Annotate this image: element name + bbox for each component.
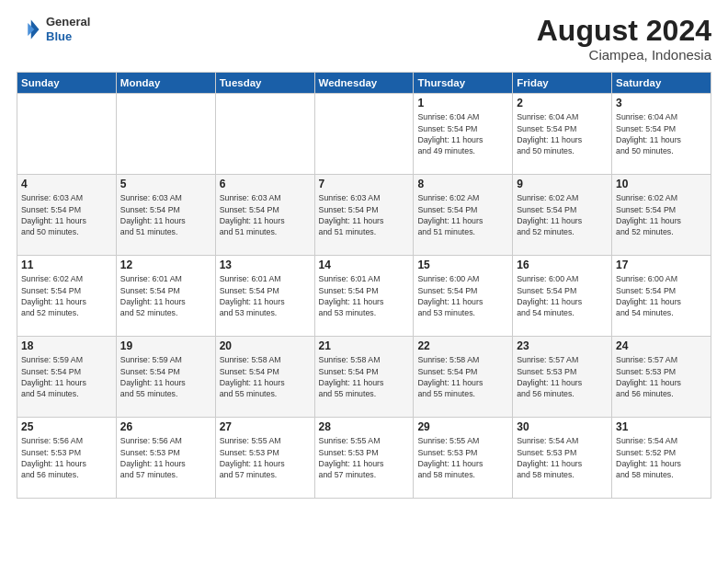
logo-blue-text: Blue (46, 29, 72, 43)
day-number: 22 (417, 339, 508, 352)
day-cell-2-3: 6Sunrise: 6:03 AM Sunset: 5:54 PM Daylig… (215, 175, 314, 256)
day-cell-1-1 (17, 94, 117, 175)
day-info-text: Sunrise: 6:01 AM Sunset: 5:54 PM Dayligh… (319, 273, 410, 318)
day-number: 28 (319, 420, 410, 433)
day-cell-3-6: 16Sunrise: 6:00 AM Sunset: 5:54 PM Dayli… (513, 256, 612, 337)
week-row-4: 18Sunrise: 5:59 AM Sunset: 5:54 PM Dayli… (17, 337, 711, 418)
day-cell-2-4: 7Sunrise: 6:03 AM Sunset: 5:54 PM Daylig… (314, 175, 414, 256)
day-cell-1-2 (116, 94, 215, 175)
page: General Blue August 2024 Ciampea, Indone… (0, 0, 728, 563)
day-info-text: Sunrise: 6:02 AM Sunset: 5:54 PM Dayligh… (21, 273, 112, 318)
calendar-body: 1Sunrise: 6:04 AM Sunset: 5:54 PM Daylig… (17, 94, 711, 499)
day-number: 26 (120, 420, 211, 433)
week-row-5: 25Sunrise: 5:56 AM Sunset: 5:53 PM Dayli… (17, 418, 711, 499)
day-info-text: Sunrise: 6:01 AM Sunset: 5:54 PM Dayligh… (120, 273, 211, 318)
day-number: 30 (517, 420, 608, 433)
day-cell-4-5: 22Sunrise: 5:58 AM Sunset: 5:54 PM Dayli… (414, 337, 513, 418)
weekday-row: Sunday Monday Tuesday Wednesday Thursday… (17, 73, 711, 94)
day-info-text: Sunrise: 6:03 AM Sunset: 5:54 PM Dayligh… (21, 192, 112, 237)
day-number: 7 (319, 178, 410, 190)
day-number: 13 (220, 259, 311, 271)
day-cell-1-3 (215, 94, 314, 175)
day-info-text: Sunrise: 6:04 AM Sunset: 5:54 PM Dayligh… (417, 111, 508, 156)
day-info-text: Sunrise: 5:56 AM Sunset: 5:53 PM Dayligh… (21, 435, 112, 480)
logo-icon (17, 17, 42, 42)
day-cell-2-5: 8Sunrise: 6:02 AM Sunset: 5:54 PM Daylig… (414, 175, 513, 256)
day-info-text: Sunrise: 5:56 AM Sunset: 5:53 PM Dayligh… (120, 435, 211, 480)
day-info-text: Sunrise: 6:01 AM Sunset: 5:54 PM Dayligh… (220, 273, 311, 318)
day-cell-2-6: 9Sunrise: 6:02 AM Sunset: 5:54 PM Daylig… (513, 175, 612, 256)
day-info-text: Sunrise: 5:55 AM Sunset: 5:53 PM Dayligh… (220, 435, 311, 480)
logo-text: General Blue (46, 15, 90, 43)
day-cell-4-1: 18Sunrise: 5:59 AM Sunset: 5:54 PM Dayli… (17, 337, 117, 418)
calendar-table: Sunday Monday Tuesday Wednesday Thursday… (17, 72, 711, 499)
header: General Blue August 2024 Ciampea, Indone… (17, 15, 711, 63)
day-number: 21 (319, 339, 410, 352)
month-year-title: August 2024 (537, 15, 711, 47)
day-info-text: Sunrise: 5:55 AM Sunset: 5:53 PM Dayligh… (319, 435, 410, 480)
day-cell-2-1: 4Sunrise: 6:03 AM Sunset: 5:54 PM Daylig… (17, 175, 117, 256)
day-number: 14 (319, 259, 410, 271)
day-number: 25 (21, 420, 112, 433)
day-info-text: Sunrise: 5:55 AM Sunset: 5:53 PM Dayligh… (417, 435, 508, 480)
week-row-2: 4Sunrise: 6:03 AM Sunset: 5:54 PM Daylig… (17, 175, 711, 256)
calendar-header: Sunday Monday Tuesday Wednesday Thursday… (17, 73, 711, 94)
day-cell-5-5: 29Sunrise: 5:55 AM Sunset: 5:53 PM Dayli… (414, 418, 513, 499)
day-number: 9 (517, 178, 608, 190)
day-number: 19 (120, 339, 211, 352)
day-number: 11 (21, 259, 112, 271)
day-number: 12 (120, 259, 211, 271)
header-sunday: Sunday (17, 73, 117, 94)
week-row-1: 1Sunrise: 6:04 AM Sunset: 5:54 PM Daylig… (17, 94, 711, 175)
day-cell-4-6: 23Sunrise: 5:57 AM Sunset: 5:53 PM Dayli… (513, 337, 612, 418)
day-info-text: Sunrise: 5:58 AM Sunset: 5:54 PM Dayligh… (319, 354, 410, 399)
day-number: 1 (417, 97, 508, 109)
day-cell-4-4: 21Sunrise: 5:58 AM Sunset: 5:54 PM Dayli… (314, 337, 414, 418)
header-saturday: Saturday (612, 73, 711, 94)
day-info-text: Sunrise: 6:00 AM Sunset: 5:54 PM Dayligh… (517, 273, 608, 318)
day-cell-5-6: 30Sunrise: 5:54 AM Sunset: 5:53 PM Dayli… (513, 418, 612, 499)
day-number: 18 (21, 339, 112, 352)
day-info-text: Sunrise: 6:04 AM Sunset: 5:54 PM Dayligh… (517, 111, 608, 156)
day-cell-3-1: 11Sunrise: 6:02 AM Sunset: 5:54 PM Dayli… (17, 256, 117, 337)
day-cell-3-3: 13Sunrise: 6:01 AM Sunset: 5:54 PM Dayli… (215, 256, 314, 337)
logo: General Blue (17, 15, 90, 43)
day-number: 29 (417, 420, 508, 433)
day-number: 17 (616, 259, 707, 271)
header-monday: Monday (116, 73, 215, 94)
day-number: 6 (220, 178, 311, 190)
day-cell-5-1: 25Sunrise: 5:56 AM Sunset: 5:53 PM Dayli… (17, 418, 117, 499)
day-info-text: Sunrise: 6:03 AM Sunset: 5:54 PM Dayligh… (220, 192, 311, 237)
day-number: 15 (417, 259, 508, 271)
day-number: 27 (220, 420, 311, 433)
week-row-3: 11Sunrise: 6:02 AM Sunset: 5:54 PM Dayli… (17, 256, 711, 337)
day-info-text: Sunrise: 5:54 AM Sunset: 5:53 PM Dayligh… (517, 435, 608, 480)
day-cell-1-5: 1Sunrise: 6:04 AM Sunset: 5:54 PM Daylig… (414, 94, 513, 175)
day-number: 10 (616, 178, 707, 190)
day-info-text: Sunrise: 5:58 AM Sunset: 5:54 PM Dayligh… (417, 354, 508, 399)
day-number: 23 (517, 339, 608, 352)
day-number: 8 (417, 178, 508, 190)
day-cell-1-7: 3Sunrise: 6:04 AM Sunset: 5:54 PM Daylig… (612, 94, 711, 175)
day-info-text: Sunrise: 6:03 AM Sunset: 5:54 PM Dayligh… (319, 192, 410, 237)
day-cell-3-4: 14Sunrise: 6:01 AM Sunset: 5:54 PM Dayli… (314, 256, 414, 337)
day-number: 16 (517, 259, 608, 271)
day-info-text: Sunrise: 5:59 AM Sunset: 5:54 PM Dayligh… (120, 354, 211, 399)
day-cell-3-5: 15Sunrise: 6:00 AM Sunset: 5:54 PM Dayli… (414, 256, 513, 337)
location-text: Ciampea, Indonesia (537, 47, 711, 63)
day-cell-4-3: 20Sunrise: 5:58 AM Sunset: 5:54 PM Dayli… (215, 337, 314, 418)
day-info-text: Sunrise: 5:57 AM Sunset: 5:53 PM Dayligh… (517, 354, 608, 399)
header-friday: Friday (513, 73, 612, 94)
day-info-text: Sunrise: 6:00 AM Sunset: 5:54 PM Dayligh… (417, 273, 508, 318)
day-number: 3 (616, 97, 707, 109)
day-cell-1-6: 2Sunrise: 6:04 AM Sunset: 5:54 PM Daylig… (513, 94, 612, 175)
day-cell-5-2: 26Sunrise: 5:56 AM Sunset: 5:53 PM Dayli… (116, 418, 215, 499)
header-wednesday: Wednesday (314, 73, 414, 94)
day-cell-4-2: 19Sunrise: 5:59 AM Sunset: 5:54 PM Dayli… (116, 337, 215, 418)
day-info-text: Sunrise: 6:04 AM Sunset: 5:54 PM Dayligh… (616, 111, 707, 156)
day-info-text: Sunrise: 5:59 AM Sunset: 5:54 PM Dayligh… (21, 354, 112, 399)
day-info-text: Sunrise: 6:02 AM Sunset: 5:54 PM Dayligh… (417, 192, 508, 237)
day-cell-1-4 (314, 94, 414, 175)
day-cell-4-7: 24Sunrise: 5:57 AM Sunset: 5:53 PM Dayli… (612, 337, 711, 418)
day-number: 5 (120, 178, 211, 190)
